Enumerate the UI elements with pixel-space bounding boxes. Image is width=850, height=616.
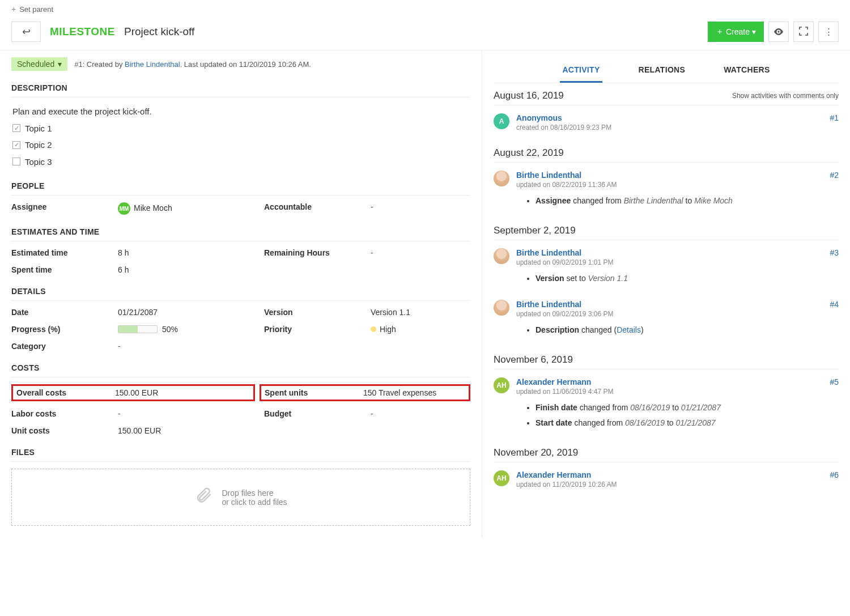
- estimated-value[interactable]: 8 h: [118, 248, 260, 257]
- change-field: Description: [536, 325, 579, 334]
- spent-label: Spent time: [11, 265, 113, 274]
- overall-costs-label: Overall costs: [16, 388, 115, 397]
- activity-item: AH Alexander Hermann #6 updated on 11/20…: [494, 462, 839, 493]
- change-value: Version 1.1: [588, 274, 628, 283]
- accountable-value[interactable]: -: [371, 202, 470, 215]
- remaining-value[interactable]: -: [371, 248, 470, 257]
- page-title[interactable]: Project kick-off: [124, 26, 194, 38]
- avatar: AH: [494, 377, 509, 393]
- version-value[interactable]: Version 1.1: [371, 308, 470, 317]
- activity-meta: updated on 11/06/2019 4:47 PM: [516, 388, 839, 396]
- date-header: August 16, 2019: [494, 90, 732, 101]
- create-button[interactable]: ＋ Create ▾: [708, 22, 764, 42]
- avatar: [494, 300, 509, 316]
- avatar: A: [494, 113, 509, 129]
- budget-value[interactable]: -: [371, 409, 470, 418]
- change-field: Assignee: [536, 196, 571, 205]
- labor-costs-value[interactable]: -: [118, 409, 260, 418]
- eye-icon: [774, 27, 784, 37]
- plus-icon: +: [11, 5, 16, 14]
- chevron-down-icon: ▾: [58, 60, 62, 69]
- date-header: November 6, 2019: [494, 354, 839, 366]
- avatar: [494, 171, 509, 186]
- checklist-item[interactable]: ✓ Topic 2: [12, 138, 469, 152]
- avatar: AH: [494, 470, 509, 486]
- date-value[interactable]: 01/21/2087: [118, 308, 260, 317]
- spent-value[interactable]: 6 h: [118, 265, 260, 274]
- header-row: ↩ MILESTONE Project kick-off ＋ Create ▾ …: [0, 18, 850, 50]
- progress-bar: [118, 325, 158, 333]
- change-from: 08/16/2019: [630, 403, 670, 412]
- category-value[interactable]: -: [118, 342, 260, 351]
- highlight-spent-units: Spent units 150 Travel expenses: [260, 384, 470, 401]
- details-link[interactable]: Details: [617, 325, 641, 334]
- activity-author[interactable]: Birthe Lindenthal: [516, 248, 581, 257]
- work-package-type[interactable]: MILESTONE: [50, 26, 115, 38]
- status-dropdown[interactable]: Scheduled ▾: [11, 57, 67, 71]
- date-header: August 22, 2019: [494, 147, 839, 159]
- change-from: Birthe Lindenthal: [624, 196, 683, 205]
- priority-value[interactable]: High: [371, 325, 470, 334]
- file-dropzone[interactable]: Drop files here or click to add files: [11, 469, 470, 526]
- spent-units-value[interactable]: 150 Travel expenses: [363, 388, 465, 397]
- back-arrow-icon: ↩: [22, 26, 31, 38]
- set-parent-link[interactable]: + Set parent: [0, 0, 850, 18]
- activity-author[interactable]: Alexander Hermann: [516, 470, 591, 479]
- activity-number[interactable]: #6: [830, 470, 839, 479]
- activity-number[interactable]: #2: [830, 171, 839, 180]
- progress-text: 50%: [162, 325, 178, 334]
- budget-label: Budget: [264, 409, 366, 418]
- activity-changes: Description changed (Details): [536, 324, 839, 336]
- unit-costs-value[interactable]: 150.00 EUR: [118, 426, 260, 435]
- overall-costs-value[interactable]: 150.00 EUR: [115, 388, 250, 397]
- details-panel: Scheduled ▾ #1: Created by Birthe Linden…: [0, 50, 482, 537]
- checkbox-icon: ✓: [12, 124, 20, 132]
- activity-author[interactable]: Birthe Lindenthal: [516, 171, 581, 180]
- fullscreen-icon: [799, 27, 808, 37]
- watch-button[interactable]: [768, 22, 789, 42]
- tab-watchers[interactable]: WATCHERS: [721, 58, 772, 83]
- assignee-name: Mike Moch: [134, 203, 172, 213]
- more-button[interactable]: ⋮: [818, 22, 839, 42]
- tab-activity[interactable]: ACTIVITY: [560, 58, 602, 83]
- assignee-value[interactable]: MMMike Moch: [118, 202, 260, 215]
- date-header: November 20, 2019: [494, 447, 839, 458]
- status-row: Scheduled ▾ #1: Created by Birthe Linden…: [11, 57, 470, 71]
- activity-meta: updated on 11/20/2019 10:26 AM: [516, 481, 839, 488]
- activity-author[interactable]: Anonymous: [516, 113, 562, 122]
- section-estimates: ESTIMATES AND TIME: [11, 227, 470, 241]
- header-actions: ＋ Create ▾ ⋮: [708, 22, 839, 42]
- spent-units-label: Spent units: [265, 388, 363, 397]
- assignee-label: Assignee: [11, 202, 113, 215]
- description-text: Plan and execute the project kick-off.: [12, 107, 152, 116]
- checkbox-icon: [12, 158, 20, 165]
- checklist-item[interactable]: ✓ Topic 1: [12, 121, 469, 136]
- activity-item: A Anonymous #1 created on 08/16/2019 9:2…: [494, 105, 839, 136]
- activity-author[interactable]: Birthe Lindenthal: [516, 300, 581, 309]
- kebab-icon: ⋮: [824, 27, 833, 37]
- set-parent-label: Set parent: [19, 5, 53, 14]
- toggle-comments-only[interactable]: Show activities with comments only: [732, 92, 839, 100]
- create-label: Create: [726, 27, 750, 36]
- tab-relations[interactable]: RELATIONS: [636, 58, 688, 83]
- activity-author[interactable]: Alexander Hermann: [516, 377, 591, 386]
- fullscreen-button[interactable]: [793, 22, 814, 42]
- checkbox-icon: ✓: [12, 141, 20, 149]
- section-details: DETAILS: [11, 287, 470, 301]
- activity-number[interactable]: #5: [830, 377, 839, 386]
- creator-link[interactable]: Birthe Lindenthal: [125, 60, 180, 69]
- checklist-item[interactable]: Topic 3: [12, 155, 469, 169]
- back-button[interactable]: ↩: [11, 22, 41, 42]
- chevron-down-icon: ▾: [752, 27, 756, 36]
- paperclip-icon: [194, 486, 212, 508]
- activity-number[interactable]: #1: [830, 113, 839, 122]
- remaining-label: Remaining Hours: [264, 248, 366, 257]
- dropzone-text: Drop files here or click to add files: [222, 488, 287, 507]
- activity-number[interactable]: #4: [830, 300, 839, 309]
- progress-label: Progress (%): [11, 325, 113, 334]
- progress-value[interactable]: 50%: [118, 325, 260, 334]
- description-body[interactable]: Plan and execute the project kick-off. ✓…: [11, 104, 470, 169]
- activity-number[interactable]: #3: [830, 248, 839, 257]
- priority-dot-icon: [371, 326, 376, 332]
- section-description: DESCRIPTION: [11, 83, 470, 97]
